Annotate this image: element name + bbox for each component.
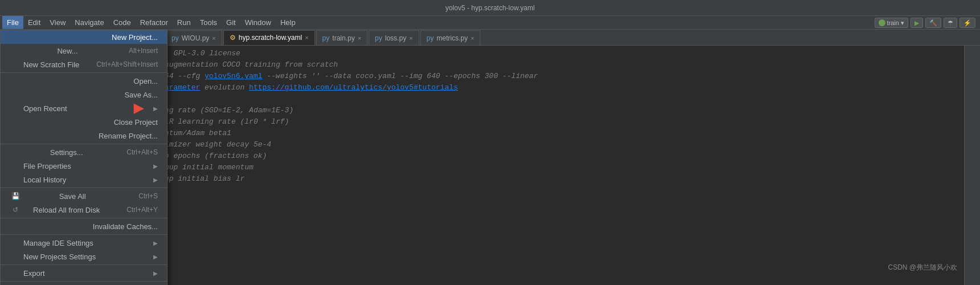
tab-train-icon: py xyxy=(322,34,330,42)
tab-hyp-label: hyp.scratch-low.yaml xyxy=(239,34,302,42)
code-line-4: # See tutorials for hyperparameter evolu… xyxy=(49,82,975,93)
menu-open[interactable]: Open... xyxy=(1,74,167,88)
code-line-2: # Hyperparameters for low-augmentation C… xyxy=(49,59,975,71)
separator-5 xyxy=(1,234,167,235)
menu-open-recent[interactable]: Open Recent xyxy=(1,101,167,115)
code-line-3: # python train.py --batch 64 --cfg yolov… xyxy=(49,71,975,82)
tab-loss-label: loss.py xyxy=(385,34,406,42)
tab-train[interactable]: py train.py × xyxy=(316,30,368,45)
menu-print[interactable]: 🖨 Print... xyxy=(1,283,167,285)
code-line-7: lrf: 0.01 # final OneCycleLR learning ra… xyxy=(49,116,975,128)
separator-6 xyxy=(1,264,167,265)
code-line-12: warmup_bias_lr: 0.1 # warmup initial bia… xyxy=(49,173,975,185)
menu-save-as[interactable]: Save As... xyxy=(1,88,167,101)
menu-new-scratch[interactable]: New Scratch File Ctrl+Alt+Shift+Insert xyxy=(1,58,167,71)
menu-bar: File Edit View Navigate Code Refactor Ru… xyxy=(0,16,980,30)
tab-metrics-close[interactable]: × xyxy=(471,35,474,42)
menu-item-navigate[interactable]: Navigate xyxy=(70,16,108,29)
tab-loss-icon: py xyxy=(375,34,382,42)
watermark: CSDN @弗兰随风小欢 xyxy=(888,263,957,272)
tab-wiou-close[interactable]: × xyxy=(212,35,215,42)
separator-4 xyxy=(1,218,167,218)
code-line-13: box: 0.05 # box loss gain xyxy=(49,185,975,196)
code-line-14: cls: 0.5 # cls loss gain xyxy=(49,196,975,207)
menu-rename-project[interactable]: Rename Project... xyxy=(1,129,167,142)
coverage-button[interactable]: ☂ xyxy=(944,18,957,28)
code-content[interactable]: # YOLOv5 🚀 by Ultralytics, GPL-3.0 licen… xyxy=(44,46,980,285)
separator-1 xyxy=(1,72,167,73)
tab-train-close[interactable]: × xyxy=(358,35,361,42)
run-config-icon xyxy=(879,19,885,26)
chevron-down-icon: ▾ xyxy=(901,19,904,27)
menu-item-edit[interactable]: Edit xyxy=(23,16,45,29)
save-icon: 💾 xyxy=(10,192,21,200)
menu-new-projects-settings[interactable]: New Projects Settings xyxy=(1,250,167,263)
menu-item-view[interactable]: View xyxy=(45,16,70,29)
menu-manage-ide[interactable]: Manage IDE Settings xyxy=(1,236,167,250)
menu-item-refactor[interactable]: Refactor xyxy=(136,16,173,29)
build-button[interactable]: 🔨 xyxy=(925,18,941,28)
code-line-8: momentum: 0.937 # SGD momentum/Adam beta… xyxy=(49,128,975,139)
tab-metrics-label: metrics.py xyxy=(436,34,468,42)
code-line-10: warmup_epochs: 3.0 # warmup epochs (frac… xyxy=(49,150,975,162)
menu-local-history[interactable]: Local History xyxy=(1,173,167,186)
tab-loss[interactable]: py loss.py × xyxy=(369,30,419,45)
menu-settings[interactable]: Settings... Ctrl+Alt+S xyxy=(1,145,167,159)
code-line-5 xyxy=(49,93,975,105)
tab-hyp-close[interactable]: × xyxy=(305,34,308,41)
menu-item-code[interactable]: Code xyxy=(109,16,136,29)
tab-metrics-icon: py xyxy=(427,34,434,42)
title-bar: yolov5 - hyp.scratch-low.yaml xyxy=(0,0,980,16)
reload-icon: ↺ xyxy=(10,206,21,214)
right-toolbar xyxy=(964,46,980,285)
code-line-1: # YOLOv5 🚀 by Ultralytics, GPL-3.0 licen… xyxy=(49,48,975,59)
code-line-6: lr0: 0.01 # initial learning rate (SGD=1… xyxy=(49,105,975,116)
menu-new[interactable]: New... Alt+Insert xyxy=(1,44,167,58)
window-title: yolov5 - hyp.scratch-low.yaml xyxy=(446,4,535,12)
run-button[interactable]: ▶ xyxy=(910,18,923,28)
separator-7 xyxy=(1,281,167,282)
menu-save-all[interactable]: 💾 Save All Ctrl+S xyxy=(1,189,167,203)
branch-label: train xyxy=(887,19,899,26)
code-line-11: warmup_momentum: 0.8 # warmup initial mo… xyxy=(49,162,975,173)
menu-item-window[interactable]: Window xyxy=(240,16,276,29)
menu-item-tools[interactable]: Tools xyxy=(195,16,222,29)
tab-train-label: train.py xyxy=(332,34,354,42)
menu-item-git[interactable]: Git xyxy=(222,16,240,29)
run-config-button[interactable]: train ▾ xyxy=(875,18,908,28)
top-right-toolbar: train ▾ ▶ 🔨 ☂ ⚡ xyxy=(875,16,975,30)
menu-item-run[interactable]: Run xyxy=(173,16,195,29)
menu-new-project[interactable]: New Project... xyxy=(1,30,167,44)
tab-wiou-icon: py xyxy=(172,34,179,42)
menu-export[interactable]: Export xyxy=(1,266,167,280)
tab-wiou[interactable]: py WIOU.py × xyxy=(165,30,222,45)
tab-hyp-scratch[interactable]: ⚙ hyp.scratch-low.yaml × xyxy=(223,30,315,45)
menu-item-file[interactable]: File xyxy=(2,16,23,29)
separator-2 xyxy=(1,144,167,144)
tab-metrics[interactable]: py metrics.py × xyxy=(420,30,481,45)
tab-hyp-icon: ⚙ xyxy=(230,34,236,42)
menu-file-properties[interactable]: File Properties xyxy=(1,159,167,173)
tab-wiou-label: WIOU.py xyxy=(182,34,210,42)
file-dropdown: New Project... New... Alt+Insert New Scr… xyxy=(0,30,168,285)
menu-invalidate-caches[interactable]: Invalidate Caches... xyxy=(1,219,167,233)
menu-reload-all[interactable]: ↺ Reload All from Disk Ctrl+Alt+Y xyxy=(1,203,167,217)
code-line-9: weight_decay: 0.0005 # optimizer weight … xyxy=(49,139,975,150)
tab-loss-close[interactable]: × xyxy=(409,35,413,42)
menu-close-project[interactable]: Close Project xyxy=(1,115,167,129)
separator-3 xyxy=(1,188,167,188)
menu-item-help[interactable]: Help xyxy=(276,16,300,29)
profile-button[interactable]: ⚡ xyxy=(959,18,975,28)
